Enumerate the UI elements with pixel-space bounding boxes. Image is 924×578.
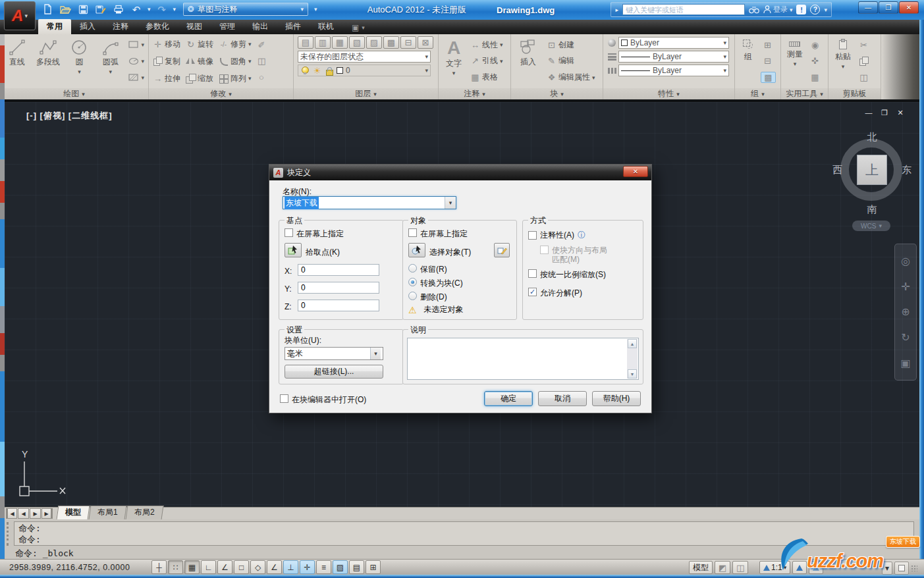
layer-off-button[interactable]: ▥ bbox=[315, 36, 331, 49]
lineweight-dropdown[interactable]: ByLayer ▾ bbox=[618, 51, 729, 63]
panel-layers-label[interactable]: 图层 ▾ bbox=[294, 88, 438, 99]
fillet-button[interactable]: 圆角▾ bbox=[217, 55, 254, 68]
infer-constraints-toggle[interactable]: ┼ bbox=[151, 560, 167, 574]
scroll-up-icon[interactable]: ▲ bbox=[628, 339, 637, 348]
layer-state-arrow[interactable]: ▾ bbox=[425, 53, 428, 60]
text-button[interactable]: A 文字 ▾ bbox=[441, 36, 467, 87]
erase-button[interactable]: ✐ bbox=[255, 40, 269, 50]
object-color-arrow[interactable]: ▾ bbox=[723, 39, 726, 46]
redo-dropdown-arrow[interactable]: ▾ bbox=[173, 6, 177, 13]
paste-button[interactable]: 粘贴 ▾ bbox=[830, 36, 856, 87]
quick-view-drawings-button[interactable]: ◫ bbox=[732, 561, 748, 574]
viewcube-south[interactable]: 南 bbox=[867, 203, 877, 216]
arc-dropdown-arrow[interactable]: ▾ bbox=[109, 68, 112, 75]
viewport-controls[interactable]: [-] [俯视] [二维线框] bbox=[26, 110, 113, 122]
x-input[interactable] bbox=[298, 264, 379, 276]
description-textarea[interactable]: ▲ ▼ bbox=[407, 338, 639, 380]
command-window-grip[interactable] bbox=[7, 522, 12, 546]
layer-dropdown[interactable]: ☀ 0 ▾ bbox=[298, 65, 431, 76]
copy-clip-button[interactable] bbox=[857, 56, 871, 66]
dimension-button[interactable]: ↔线性▾ bbox=[468, 39, 505, 51]
z-input[interactable] bbox=[298, 300, 379, 311]
array-button[interactable]: 阵列▾ bbox=[217, 72, 254, 85]
help-dropdown-arrow[interactable]: ▾ bbox=[824, 7, 827, 13]
sign-in-button[interactable]: 登录 ▾ bbox=[763, 5, 793, 14]
pick-point-button[interactable] bbox=[285, 243, 302, 257]
panel-utilities-label[interactable]: 实用工具 ▾ bbox=[781, 88, 828, 99]
quick-properties-toggle[interactable]: ▤ bbox=[349, 560, 364, 574]
zoom-tool-icon[interactable]: ⊕ bbox=[901, 305, 910, 318]
snap-mode-toggle[interactable]: ∷ bbox=[168, 560, 183, 574]
drawing-minimize-button[interactable]: — bbox=[864, 109, 873, 117]
panel-annotate-label[interactable]: 注释 ▾ bbox=[439, 88, 510, 99]
viewcube-east[interactable]: 东 bbox=[902, 164, 911, 176]
block-unit-arrow[interactable]: ▾ bbox=[370, 348, 381, 359]
layer-properties-button[interactable]: ▤ bbox=[298, 36, 313, 49]
hatch-button[interactable]: ▾ bbox=[126, 73, 146, 82]
trim-dropdown-arrow[interactable]: ▾ bbox=[248, 41, 252, 47]
array-dropdown-arrow[interactable]: ▾ bbox=[248, 75, 252, 82]
ok-button[interactable]: 确定 bbox=[484, 391, 533, 406]
ortho-mode-toggle[interactable]: ∟ bbox=[201, 560, 216, 574]
grid-display-toggle[interactable]: ▦ bbox=[184, 560, 200, 574]
edit-block-button[interactable]: ✎编辑 bbox=[545, 55, 597, 67]
stretch-button[interactable]: →拉伸 bbox=[151, 72, 182, 85]
hatch-dropdown-arrow[interactable]: ▾ bbox=[141, 74, 144, 81]
layer-unlock-state-icon[interactable] bbox=[324, 66, 334, 75]
help-icon[interactable]: ? bbox=[810, 5, 820, 14]
viewcube-west[interactable]: 西 bbox=[832, 164, 842, 176]
wcs-dropdown[interactable]: WCS ▾ bbox=[852, 221, 890, 231]
description-scrollbar[interactable]: ▲ ▼ bbox=[627, 339, 638, 379]
plot-button[interactable] bbox=[112, 3, 125, 16]
steering-wheel-icon[interactable]: ◎ bbox=[901, 255, 910, 267]
mirror-button[interactable]: 镜像 bbox=[184, 55, 215, 68]
retain-radio[interactable] bbox=[408, 264, 417, 273]
dynamic-input-toggle[interactable]: ✛ bbox=[300, 560, 315, 574]
delete-radio[interactable] bbox=[408, 292, 417, 300]
scale-button[interactable]: 缩放 bbox=[184, 72, 215, 85]
linetype-arrow[interactable]: ▾ bbox=[723, 67, 726, 74]
object-color-dropdown[interactable]: ByLayer ▾ bbox=[618, 37, 729, 49]
layer-dropdown-arrow[interactable]: ▾ bbox=[425, 67, 428, 74]
dialog-close-button[interactable]: ✕ bbox=[623, 166, 648, 177]
group-button[interactable]: 组 bbox=[737, 36, 759, 87]
rectangle-button[interactable]: ▾ bbox=[126, 40, 146, 49]
match-orientation-checkbox[interactable] bbox=[540, 246, 549, 254]
annotative-checkbox[interactable] bbox=[528, 231, 537, 240]
3d-object-snap-toggle[interactable]: ◇ bbox=[250, 560, 265, 574]
measure-dropdown-arrow[interactable]: ▾ bbox=[794, 61, 797, 67]
tab-output[interactable]: 输出 bbox=[244, 19, 277, 34]
drawing-close-button[interactable]: ✕ bbox=[896, 109, 905, 117]
select-objects-button[interactable] bbox=[408, 243, 425, 257]
workspace-dropdown-arrow[interactable]: ▾ bbox=[301, 6, 304, 13]
next-layout-button[interactable]: ▶ bbox=[30, 508, 41, 519]
linetype-icon[interactable] bbox=[607, 66, 617, 75]
table-button[interactable]: ▦表格 bbox=[468, 71, 505, 84]
polar-tracking-toggle[interactable]: ∠ bbox=[217, 560, 232, 574]
last-layout-button[interactable]: ▶ bbox=[41, 508, 53, 519]
lineweight-icon[interactable] bbox=[607, 52, 617, 61]
panel-modify-label[interactable]: 修改 ▾ bbox=[149, 88, 293, 99]
linetype-dropdown[interactable]: ByLayer ▾ bbox=[618, 65, 729, 76]
rectangle-dropdown-arrow[interactable]: ▾ bbox=[141, 41, 144, 48]
pan-hand-icon[interactable]: ✛ bbox=[901, 280, 910, 293]
base-onscreen-checkbox[interactable] bbox=[285, 228, 293, 237]
tab-manage[interactable]: 管理 bbox=[211, 19, 244, 34]
search-button[interactable] bbox=[749, 6, 759, 14]
tab-layout1[interactable]: 布局1 bbox=[89, 506, 127, 519]
block-unit-dropdown[interactable]: 毫米 ▾ bbox=[285, 347, 383, 360]
maximize-button[interactable]: ❐ bbox=[879, 1, 898, 14]
command-input-line[interactable]: 命令: _block bbox=[15, 548, 74, 560]
cancel-button[interactable]: 取消 bbox=[538, 391, 587, 406]
undo-button[interactable]: ↶ bbox=[130, 3, 143, 16]
group-selection-button[interactable]: ▩ bbox=[761, 72, 776, 83]
new-file-button[interactable] bbox=[41, 3, 54, 16]
first-layout-button[interactable]: ◀ bbox=[6, 508, 17, 519]
save-as-button[interactable] bbox=[94, 3, 107, 16]
info-icon[interactable]: ⓘ bbox=[578, 230, 585, 241]
redo-button[interactable]: ↷ bbox=[155, 3, 169, 16]
layer-state-dropdown[interactable]: 未保存的图层状态 ▾ bbox=[298, 51, 431, 63]
edit-attributes-arrow[interactable]: ▾ bbox=[592, 74, 595, 81]
hyperlink-button[interactable]: 超链接(L)... bbox=[285, 365, 383, 379]
undo-dropdown-arrow[interactable]: ▾ bbox=[148, 6, 151, 13]
